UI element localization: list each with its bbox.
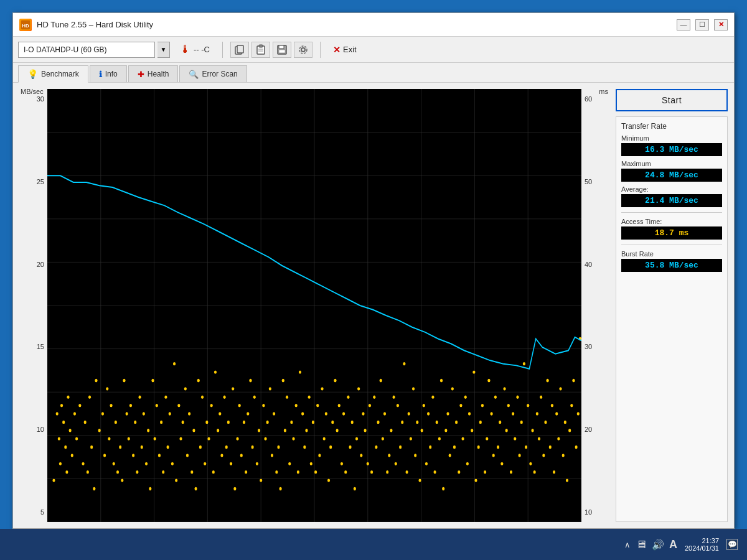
svg-point-263	[553, 470, 555, 474]
close-button[interactable]: ✕	[714, 19, 728, 30]
svg-point-104	[207, 437, 210, 440]
svg-point-110	[220, 454, 223, 457]
y-axis-left: MB/sec 30 25 20 15 10 5	[19, 89, 47, 522]
svg-point-130	[264, 437, 266, 440]
svg-point-73	[141, 446, 143, 449]
svg-point-194	[403, 362, 405, 365]
separator-2	[320, 42, 321, 58]
notification-icon[interactable]: 💬	[726, 539, 738, 550]
svg-rect-3	[237, 45, 243, 53]
svg-point-200	[416, 421, 418, 424]
chart-area	[47, 89, 581, 522]
copy-icon-btn[interactable]	[230, 42, 249, 58]
svg-point-133	[271, 454, 273, 457]
svg-point-225	[471, 429, 473, 432]
burst-rate-stat: Burst Rate 35.8 MB/sec	[621, 250, 722, 272]
toolbar: I-O DATAHDP-U (60 GB) ▼ 🌡 -- -C	[13, 37, 734, 63]
svg-point-128	[260, 478, 262, 482]
tab-error-scan[interactable]: 🔍 Error Scan	[179, 65, 247, 82]
average-value: 21.4 MB/sec	[621, 194, 722, 207]
svg-point-106	[212, 470, 215, 474]
svg-point-150	[308, 396, 311, 399]
svg-point-93	[184, 387, 187, 390]
svg-point-254	[533, 470, 536, 474]
y-right-label: ms	[599, 88, 608, 95]
svg-point-136	[277, 446, 280, 449]
y-left-15: 15	[22, 343, 44, 350]
svg-point-168	[347, 396, 349, 399]
svg-point-140	[286, 396, 288, 399]
svg-point-121	[245, 470, 247, 474]
tab-health[interactable]: ✚ Health	[128, 65, 179, 82]
svg-point-56	[103, 454, 106, 457]
window-title: HD Tune 2.55 – Hard Disk Utility	[37, 20, 153, 29]
taskbar-system-icons: ∧ 🖥 🔊 A	[624, 538, 677, 551]
svg-point-90	[177, 404, 180, 407]
tab-health-label: Health	[148, 70, 169, 78]
svg-point-251	[527, 404, 529, 407]
main-window: HD HD Tune 2.55 – Hard Disk Utility — ☐ …	[12, 12, 735, 529]
svg-point-162	[334, 379, 336, 382]
tab-error-scan-label: Error Scan	[202, 70, 237, 78]
svg-point-164	[338, 404, 341, 407]
tab-info[interactable]: ℹ Info	[90, 65, 127, 82]
paste-icon-btn[interactable]	[251, 42, 270, 58]
svg-point-112	[225, 446, 228, 449]
exit-button[interactable]: ✕ Exit	[328, 44, 362, 56]
scatter-dots	[52, 337, 581, 490]
svg-point-122	[247, 412, 249, 415]
svg-point-186	[386, 470, 388, 474]
maximum-stat: Maximum 24.8 MB/sec	[621, 160, 722, 182]
titlebar-controls: — ☐ ✕	[677, 19, 728, 30]
svg-point-240	[503, 387, 505, 390]
app-icon: HD	[19, 19, 32, 31]
svg-point-206	[429, 446, 431, 449]
health-icon: ✚	[138, 70, 144, 79]
svg-point-182	[377, 421, 379, 424]
start-button[interactable]: Start	[616, 89, 728, 111]
svg-point-169	[349, 446, 351, 449]
svg-point-211	[440, 379, 443, 382]
svg-point-215	[449, 454, 451, 457]
settings-icon-btn[interactable]	[294, 42, 312, 58]
average-label: Average:	[621, 185, 722, 193]
svg-rect-10	[279, 50, 285, 53]
svg-point-267	[562, 454, 565, 457]
svg-point-241	[505, 429, 508, 432]
svg-point-38	[67, 396, 69, 399]
dropdown-arrow[interactable]: ▼	[157, 42, 170, 58]
svg-point-226	[472, 370, 475, 373]
svg-point-255	[536, 412, 538, 415]
svg-point-107	[214, 370, 217, 373]
svg-point-174	[360, 454, 362, 457]
minimum-stat: Minimum 16.3 MB/sec	[621, 134, 722, 156]
svg-point-143	[292, 437, 294, 440]
svg-point-269	[566, 478, 568, 482]
svg-point-212	[442, 487, 444, 490]
svg-point-210	[438, 437, 441, 440]
y-right-10: 10	[585, 508, 606, 516]
svg-point-180	[373, 396, 375, 399]
minimize-button[interactable]: —	[677, 19, 690, 30]
drive-dropdown[interactable]: I-O DATAHDP-U (60 GB)	[18, 42, 155, 58]
svg-point-115	[232, 387, 234, 390]
temperature-display: 🌡 -- -C	[175, 42, 215, 57]
svg-point-252	[529, 462, 532, 465]
y-right-50: 50	[585, 178, 606, 185]
svg-point-42	[59, 462, 62, 465]
svg-point-127	[258, 429, 260, 432]
svg-point-213	[444, 429, 447, 432]
svg-point-172	[355, 437, 358, 440]
svg-point-62	[116, 470, 119, 474]
burst-rate-value: 35.8 MB/sec	[621, 259, 722, 272]
svg-point-262	[551, 404, 553, 407]
svg-point-120	[243, 421, 245, 424]
save-icon-btn[interactable]	[273, 42, 291, 58]
svg-point-236	[494, 396, 497, 399]
maximize-button[interactable]: ☐	[695, 19, 709, 30]
tab-benchmark[interactable]: 💡 Benchmark	[18, 65, 88, 83]
svg-point-132	[269, 387, 271, 390]
chart-wrapper: MB/sec 30 25 20 15 10 5	[19, 89, 609, 522]
drive-name: I-O DATAHDP-U (60 GB)	[24, 45, 107, 54]
svg-point-34	[58, 437, 60, 440]
